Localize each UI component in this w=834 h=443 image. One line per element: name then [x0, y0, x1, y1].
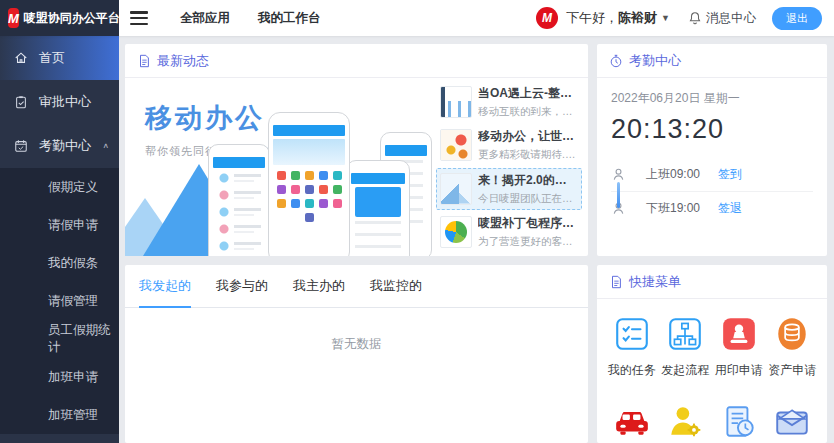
quick-menu-meeting-request[interactable]: 会议申请	[659, 403, 713, 443]
news-thumbnail	[440, 216, 472, 248]
chevron-down-icon[interactable]: ▼	[661, 13, 670, 23]
header-right: M 下午好，陈裕财 ▼ 消息中心 退出	[536, 7, 822, 30]
attendance-card: 考勤中心 2022年06月20日 星期一 20:13:20 上班09:00 签到	[597, 44, 827, 256]
phone-mockup	[268, 112, 350, 256]
quick-menu-label: 用印申请	[715, 362, 763, 379]
message-center[interactable]: 消息中心	[688, 10, 756, 27]
greeting-text[interactable]: 下午好，陈裕财	[566, 9, 657, 27]
stopwatch-icon	[609, 54, 623, 68]
attendance-row-checkout: 下班19:00 签退	[611, 191, 813, 225]
quick-menu-new-contract[interactable]: 新建合同	[712, 403, 766, 443]
person-icon	[611, 167, 626, 182]
sidebar-submenu: 假期定义 请假申请 我的假条 请假管理 员工假期统计 加班申请 加班管理	[0, 168, 119, 434]
clipboard-icon	[14, 95, 28, 109]
app-window: M 唛盟协同办公平台 全部应用 我的工作台 M 下午好，陈裕财 ▼ 消息中心 退…	[0, 0, 834, 443]
quick-menu-label: 发起流程	[661, 362, 709, 379]
quick-menu-my-tasks[interactable]: 我的任务	[605, 315, 659, 379]
sidebar-item-label: 审批中心	[39, 93, 91, 111]
quick-menu-start-flow[interactable]: 发起流程	[659, 315, 713, 379]
card-title: 考勤中心	[629, 52, 681, 70]
news-title: 来！揭开2.0的神秘面纱-	[478, 172, 578, 189]
quick-menu-car-request[interactable]: 用车申请	[605, 403, 659, 443]
sidebar-subitem-leave-management[interactable]: 请假管理	[0, 282, 119, 320]
document-icon	[137, 54, 151, 68]
contract-icon	[720, 403, 758, 441]
logout-button[interactable]: 退出	[772, 7, 822, 30]
task-list-icon	[613, 315, 651, 353]
empty-state-text: 暂无数据	[125, 336, 588, 353]
shift-label: 上班09:00	[646, 166, 718, 183]
tab-initiated-by-me[interactable]: 我发起的	[139, 265, 191, 308]
news-subtitle: 今日唛盟团队正在加班加点，	[478, 192, 578, 206]
news-item-highlighted[interactable]: 来！揭开2.0的神秘面纱-今日唛盟团队正在加班加点，	[436, 168, 582, 210]
sidebar-subitem-employee-holiday-stats[interactable]: 员工假期统计	[0, 320, 119, 358]
calendar-icon	[14, 139, 28, 153]
attendance-header: 考勤中心	[597, 44, 827, 78]
sidebar: 首页 审批中心 考勤中心 ∧ 假期定义 请假申请 我的假条 请假管理 员工假期统…	[0, 36, 119, 443]
tab-bar: 我发起的 我参与的 我主办的 我监控的	[125, 265, 588, 308]
news-item[interactable]: 当OA遇上云-整个协同OA移动互联的到来，让OA与云	[436, 81, 582, 123]
phone-mockups-illustration	[204, 106, 432, 256]
sidebar-item-attendance-center[interactable]: 考勤中心 ∧	[0, 124, 119, 168]
news-list: 当OA遇上云-整个协同OA移动互联的到来，让OA与云 移动办公，让世界触手可更多…	[434, 78, 588, 256]
message-center-label: 消息中心	[706, 10, 756, 27]
main-content: 最新动态 移动办公 帮你领先同行 把工作带出办公室	[119, 36, 834, 443]
quick-menu-label: 我的任务	[608, 362, 656, 379]
news-title: 当OA遇上云-整个协同OA	[478, 85, 578, 102]
tab-hosted-by-me[interactable]: 我主办的	[293, 265, 345, 308]
sidebar-subitem-overtime-request[interactable]: 加班申请	[0, 358, 119, 396]
greeting-prefix: 下午好，	[566, 10, 618, 25]
card-title: 快捷菜单	[629, 273, 681, 291]
timeline-connector	[617, 182, 620, 208]
stamp-icon	[720, 315, 758, 353]
tab-monitored-by-me[interactable]: 我监控的	[370, 265, 422, 308]
quick-menu-label: 资产申请	[768, 362, 816, 379]
sidebar-subitem-overtime-management[interactable]: 加班管理	[0, 396, 119, 434]
quick-menu-asset-request[interactable]: 资产申请	[766, 315, 820, 379]
workflow-tabs-card: 我发起的 我参与的 我主办的 我监控的 暂无数据	[125, 265, 588, 443]
nav-all-apps[interactable]: 全部应用	[180, 10, 230, 27]
check-out-link[interactable]: 签退	[718, 200, 742, 217]
car-icon	[613, 403, 651, 441]
attendance-date: 2022年06月20日 星期一	[611, 90, 813, 107]
nav-my-workbench[interactable]: 我的工作台	[258, 10, 321, 27]
news-title: 移动办公，让世界触手可	[478, 128, 578, 145]
bell-icon	[688, 11, 702, 25]
phone-mockup	[208, 144, 270, 256]
hamburger-menu-icon[interactable]	[130, 11, 148, 25]
quick-menu-card: 快捷菜单 我的任务 发起流程 用印申请	[597, 265, 827, 443]
flow-icon	[666, 315, 704, 353]
attendance-row-checkin: 上班09:00 签到	[611, 157, 813, 191]
sidebar-subitem-holiday-definition[interactable]: 假期定义	[0, 168, 119, 206]
news-item[interactable]: 移动办公，让世界触手可更多精彩敬请期待........	[436, 124, 582, 166]
card-title: 最新动态	[157, 52, 209, 70]
attendance-timeline: 上班09:00 签到 下班19:00 签退	[611, 157, 813, 225]
sidebar-item-label: 首页	[39, 49, 65, 67]
user-avatar[interactable]: M	[536, 7, 558, 29]
phone-mockup	[346, 160, 410, 256]
news-item[interactable]: 唛盟补丁包程序更新为了营造更好的客户体验，唛	[436, 211, 582, 253]
mobile-office-banner[interactable]: 移动办公 帮你领先同行 把工作带出办公室	[125, 78, 434, 256]
quick-menu-seal-request[interactable]: 用印申请	[712, 315, 766, 379]
quick-menu-header: 快捷菜单	[597, 265, 827, 299]
logo-m-icon: M	[8, 8, 19, 28]
check-in-link[interactable]: 签到	[718, 166, 742, 183]
latest-news-card: 最新动态 移动办公 帮你领先同行 把工作带出办公室	[125, 44, 588, 256]
news-title: 唛盟补丁包程序更新	[478, 215, 578, 232]
tab-participated-by-me[interactable]: 我参与的	[216, 265, 268, 308]
sidebar-item-home[interactable]: 首页	[0, 36, 119, 80]
app-title: 唛盟协同办公平台	[24, 10, 120, 27]
news-thumbnail	[440, 129, 472, 161]
news-thumbnail	[440, 173, 472, 205]
sidebar-subitem-leave-request[interactable]: 请假申请	[0, 206, 119, 244]
quick-menu-new-mail[interactable]: 新建邮件	[766, 403, 820, 443]
sidebar-item-approval-center[interactable]: 审批中心	[0, 80, 119, 124]
username: 陈裕财	[618, 10, 657, 25]
sidebar-subitem-my-leave-notes[interactable]: 我的假条	[0, 244, 119, 282]
attendance-clock: 20:13:20	[611, 114, 813, 145]
top-nav: 全部应用 我的工作台	[180, 10, 321, 27]
chevron-up-icon: ∧	[102, 142, 109, 150]
logo: M 唛盟协同办公平台	[0, 0, 119, 36]
sidebar-item-label: 考勤中心	[39, 137, 91, 155]
document-icon	[609, 275, 623, 289]
